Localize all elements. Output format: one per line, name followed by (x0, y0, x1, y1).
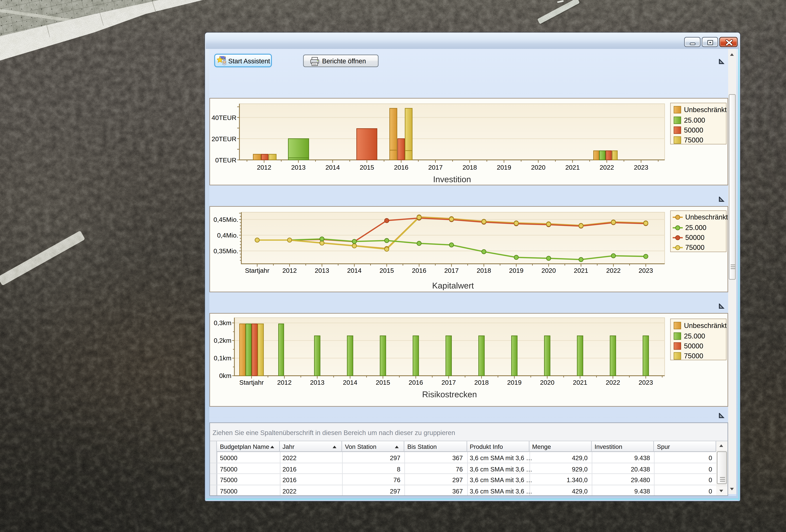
svg-text:2015: 2015 (360, 164, 374, 171)
svg-text:2018: 2018 (474, 379, 488, 386)
svg-text:2017: 2017 (444, 267, 458, 274)
svg-text:Investition: Investition (433, 175, 471, 184)
svg-text:2016: 2016 (394, 164, 408, 171)
svg-text:2013: 2013 (310, 379, 324, 386)
svg-text:2015: 2015 (379, 267, 394, 274)
svg-text:2022: 2022 (606, 267, 620, 274)
svg-text:25.000: 25.000 (684, 116, 705, 124)
svg-text:2021: 2021 (574, 267, 588, 274)
svg-text:2013: 2013 (315, 267, 329, 274)
svg-text:0,2km: 0,2km (213, 337, 231, 344)
svg-text:0,45Mio.: 0,45Mio. (213, 216, 238, 223)
svg-text:2023: 2023 (638, 379, 653, 386)
svg-text:Risikostrecken: Risikostrecken (422, 389, 477, 399)
svg-text:2013: 2013 (291, 164, 305, 171)
svg-text:40TEUR: 40TEUR (211, 114, 236, 121)
svg-text:2012: 2012 (282, 267, 297, 274)
svg-text:2014: 2014 (347, 267, 361, 274)
svg-text:2016: 2016 (412, 267, 426, 274)
svg-text:25.000: 25.000 (684, 332, 705, 340)
svg-text:2012: 2012 (277, 379, 291, 386)
svg-text:2020: 2020 (531, 164, 545, 171)
svg-text:Unbeschränkt: Unbeschränkt (685, 213, 727, 221)
svg-text:2019: 2019 (496, 164, 511, 171)
svg-text:0,35Mio.: 0,35Mio. (213, 248, 238, 255)
svg-text:Startjahr: Startjahr (245, 267, 269, 274)
svg-text:2022: 2022 (599, 164, 614, 171)
svg-text:Unbeschränkt: Unbeschränkt (684, 106, 726, 113)
svg-text:2021: 2021 (573, 379, 587, 386)
svg-text:2017: 2017 (441, 379, 456, 386)
svg-text:75000: 75000 (684, 136, 703, 144)
svg-text:2017: 2017 (428, 164, 442, 171)
svg-text:2015: 2015 (375, 379, 390, 386)
svg-text:2019: 2019 (507, 379, 521, 386)
svg-text:2020: 2020 (541, 267, 556, 274)
svg-text:Kapitalwert: Kapitalwert (432, 281, 473, 290)
svg-text:2020: 2020 (540, 379, 554, 386)
svg-text:0,4Mio.: 0,4Mio. (217, 232, 238, 239)
svg-text:Unbeschränkt: Unbeschränkt (684, 322, 726, 329)
svg-text:75000: 75000 (685, 244, 704, 251)
svg-text:2023: 2023 (633, 164, 648, 171)
svg-text:2012: 2012 (257, 164, 271, 171)
svg-text:2014: 2014 (325, 164, 340, 171)
svg-text:0,3km: 0,3km (213, 319, 231, 326)
svg-text:50000: 50000 (684, 342, 703, 350)
svg-text:2021: 2021 (565, 164, 579, 171)
svg-text:50000: 50000 (684, 126, 703, 134)
svg-text:2018: 2018 (462, 164, 477, 171)
svg-text:2016: 2016 (408, 379, 423, 386)
svg-text:0km: 0km (219, 372, 231, 379)
svg-text:Startjahr: Startjahr (239, 379, 263, 386)
svg-text:2023: 2023 (638, 267, 653, 274)
svg-text:50000: 50000 (685, 234, 704, 241)
svg-text:25.000: 25.000 (685, 224, 706, 231)
svg-text:0,1km: 0,1km (213, 354, 231, 362)
svg-text:2018: 2018 (476, 267, 491, 274)
svg-text:75000: 75000 (684, 352, 703, 360)
svg-text:20TEUR: 20TEUR (211, 135, 236, 142)
svg-text:2014: 2014 (343, 379, 357, 386)
svg-text:0TEUR: 0TEUR (215, 157, 236, 164)
svg-text:2019: 2019 (509, 267, 523, 274)
svg-text:2022: 2022 (605, 379, 620, 386)
